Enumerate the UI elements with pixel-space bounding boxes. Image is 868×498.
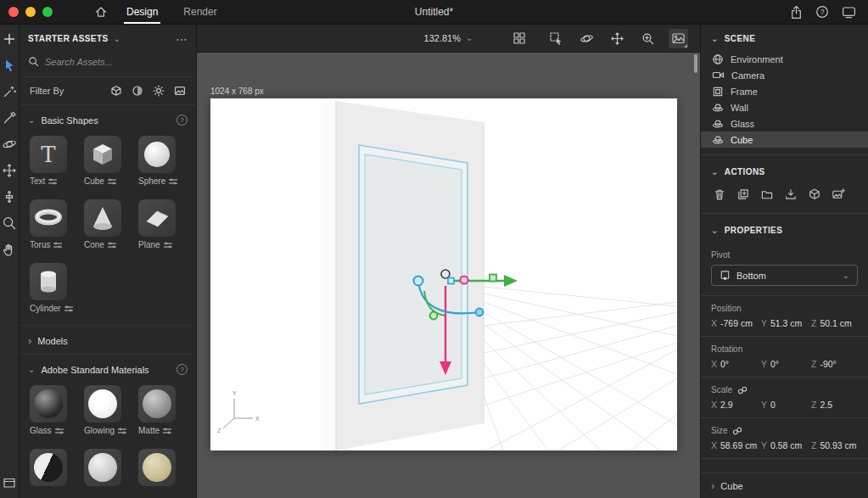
asset-cylinder[interactable]: Cylinder (30, 263, 77, 313)
asset-plane[interactable]: Plane (138, 199, 186, 249)
zoom-control[interactable]: 132.81% ⌄ (424, 33, 473, 43)
rotation-y-field[interactable]: Y 0° (761, 359, 808, 369)
export-button[interactable] (784, 187, 798, 201)
torus-thumbnail[interactable] (30, 199, 67, 237)
add-image-button[interactable] (832, 187, 845, 201)
asset-sphere[interactable]: Sphere (138, 136, 186, 186)
scale-z-field[interactable]: Z 2.5 (811, 400, 858, 410)
size-z-value[interactable]: 50.93 cm (820, 440, 856, 450)
delete-button[interactable] (713, 187, 726, 201)
move-tool-button[interactable] (1, 162, 18, 179)
link-constrain-icon[interactable] (737, 386, 748, 394)
asset-cone[interactable]: Cone (84, 199, 132, 249)
help-button[interactable]: ? (815, 5, 829, 19)
canvas-settings-button[interactable] (1, 474, 18, 491)
link-constrain-icon[interactable] (732, 427, 742, 435)
scene-item-cube[interactable]: Cube (701, 131, 868, 148)
gizmo-green-square-handle[interactable] (490, 275, 496, 282)
duplicate-button[interactable] (736, 187, 750, 201)
scale-y-field[interactable]: Y 0 (761, 400, 808, 410)
pan-tool-button[interactable] (1, 241, 18, 258)
scene-item-camera[interactable]: Camera (701, 67, 868, 83)
gizmo-green-circle-handle[interactable] (430, 312, 438, 320)
scene-item-glass[interactable]: Glass (701, 115, 868, 131)
scale-tool-button[interactable] (1, 188, 18, 205)
rotation-z-field[interactable]: Z -90° (811, 359, 858, 369)
asset-material-partial[interactable] (30, 449, 77, 486)
sliders-icon[interactable] (118, 428, 126, 434)
scene-item-frame[interactable]: Frame (701, 83, 868, 99)
viewport[interactable]: 1024 x 768 px (197, 53, 700, 498)
scene-section-header[interactable]: ⌄ SCENE (701, 25, 868, 51)
assets-panel-header[interactable]: STARTER ASSETS ⌄ ⋯ (20, 25, 196, 53)
rotation-y-value[interactable]: 0° (770, 359, 779, 369)
gizmo-magenta-circle-handle[interactable] (460, 276, 468, 283)
view-layout-button[interactable] (510, 29, 529, 48)
asset-glowing-material[interactable]: Glowing (84, 385, 132, 435)
sliders-icon[interactable] (108, 242, 116, 249)
search-input[interactable] (45, 57, 188, 67)
close-window-button[interactable] (8, 7, 19, 17)
section-basic-shapes[interactable]: ⌄ Basic Shapes ? (20, 105, 196, 133)
sliders-icon[interactable] (108, 178, 116, 185)
gizmo-blue-square-handle[interactable] (448, 278, 454, 284)
cylinder-thumbnail[interactable] (30, 263, 67, 300)
home-button[interactable] (88, 0, 114, 24)
pan-camera-button[interactable] (608, 29, 627, 48)
section-adobe-standard-materials[interactable]: ⌄ Adobe Standard Materials ? (20, 354, 196, 383)
asset-cube[interactable]: Cube (84, 136, 132, 186)
sample-tool-button[interactable] (1, 109, 18, 126)
position-x-field[interactable]: X -769 cm (711, 318, 758, 328)
magic-wand-tool-button[interactable] (1, 83, 18, 100)
sliders-icon[interactable] (169, 178, 177, 185)
design-canvas[interactable]: Y X Z (210, 98, 677, 450)
panel-menu-button[interactable]: ⋯ (176, 32, 188, 46)
minimize-window-button[interactable] (25, 7, 36, 17)
tab-render[interactable]: Render (171, 0, 229, 24)
asset-matte-material[interactable]: Matte (138, 385, 186, 435)
properties-section-header[interactable]: ⌄ PROPERTIES (701, 214, 868, 243)
tab-design[interactable]: Design (114, 0, 171, 24)
position-x-value[interactable]: -769 cm (720, 318, 753, 328)
zoom-window-button[interactable] (42, 7, 53, 17)
add-content-button[interactable] (1, 31, 18, 48)
text-thumbnail[interactable]: T (30, 136, 67, 173)
matte-thumbnail[interactable] (138, 385, 176, 422)
help-circle-icon[interactable]: ? (176, 364, 188, 375)
position-z-value[interactable]: 50.1 cm (820, 318, 851, 328)
sliders-icon[interactable] (48, 178, 57, 185)
scale-y-value[interactable]: 0 (770, 400, 776, 410)
size-y-field[interactable]: Y 0.58 cm (761, 440, 808, 450)
actions-section-header[interactable]: ⌄ ACTIONS (701, 155, 868, 184)
sliders-icon[interactable] (55, 428, 64, 434)
position-y-value[interactable]: 51.3 cm (770, 318, 802, 328)
glowing-thumbnail[interactable] (84, 385, 121, 422)
pivot-dropdown[interactable]: Bottom ⌄ (711, 265, 858, 286)
scene-item-environment[interactable]: Environment (701, 51, 868, 67)
scale-x-value[interactable]: 2.9 (720, 400, 733, 410)
gizmo-x-arrowhead[interactable] (504, 275, 518, 287)
scale-x-field[interactable]: X 2.9 (711, 400, 758, 410)
help-circle-icon[interactable]: ? (176, 115, 188, 126)
asset-text[interactable]: T Text (30, 136, 77, 186)
sphere-thumbnail[interactable] (138, 136, 176, 173)
plane-thumbnail[interactable] (138, 199, 176, 237)
filter-lights-icon[interactable] (153, 85, 165, 97)
section-models[interactable]: › Models (20, 325, 196, 354)
position-y-field[interactable]: Y 51.3 cm (761, 318, 808, 328)
asset-glass-material[interactable]: Glass (30, 385, 77, 435)
render-preview-button[interactable] (669, 29, 688, 48)
feedback-button[interactable] (842, 6, 856, 19)
gizmo-blue-arc-handle[interactable] (476, 309, 484, 316)
filter-materials-icon[interactable] (132, 85, 143, 97)
size-x-value[interactable]: 58.69 cm (720, 440, 757, 450)
asset-material-partial[interactable] (138, 449, 186, 486)
select-tool-button[interactable] (1, 57, 18, 74)
sliders-icon[interactable] (164, 242, 172, 249)
scale-z-value[interactable]: 2.5 (820, 400, 832, 410)
filter-models-icon[interactable] (110, 85, 122, 97)
filter-images-icon[interactable] (174, 85, 186, 97)
cube-section-header[interactable]: › Cube (701, 473, 868, 498)
frame-object[interactable] (359, 145, 468, 404)
scene-item-wall[interactable]: Wall (701, 99, 868, 115)
